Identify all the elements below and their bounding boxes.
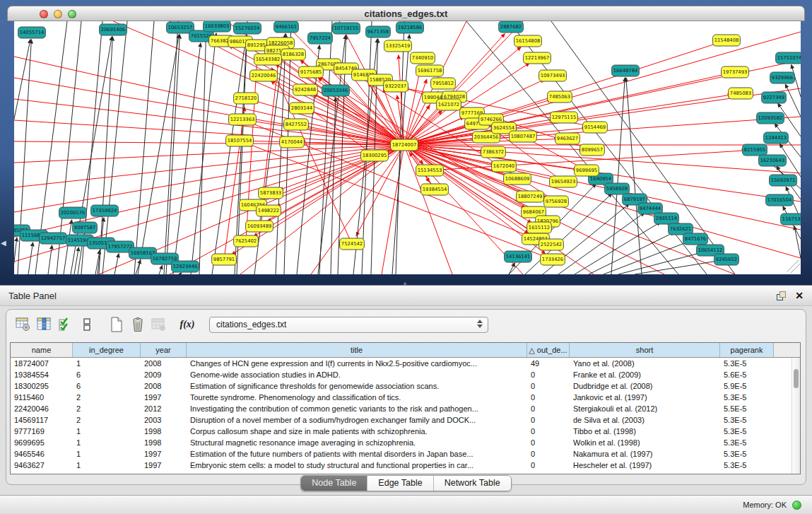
table-cell[interactable]: 0: [527, 414, 570, 426]
table-cell[interactable]: 1: [73, 426, 141, 437]
table-row[interactable]: 1830029562008Estimation of significance …: [11, 380, 800, 392]
table-row[interactable]: 1872400712008Changes of HCN gene express…: [11, 358, 800, 369]
table-cell[interactable]: Embryonic stem cells: a model to study s…: [187, 460, 527, 471]
column-header-3[interactable]: title: [187, 343, 527, 357]
row-height-button[interactable]: [76, 315, 98, 334]
table-cell[interactable]: 2012: [141, 403, 187, 414]
table-cell[interactable]: 0: [527, 392, 570, 403]
table-cell[interactable]: 6: [73, 369, 141, 380]
table-cell[interactable]: 5.3E-5: [720, 358, 774, 369]
table-cell[interactable]: 2008: [141, 380, 187, 392]
table-cell[interactable]: 0: [527, 460, 570, 471]
table-cell[interactable]: 1998: [141, 426, 187, 437]
table-cell[interactable]: 5.3E-5: [720, 448, 774, 460]
table-cell[interactable]: 1: [73, 437, 141, 448]
table-cell[interactable]: 14569117: [11, 414, 73, 426]
table-cell[interactable]: Disruption of a novel member of a sodium…: [187, 414, 527, 426]
table-cell[interactable]: 5.3E-5: [720, 392, 774, 403]
column-header-2[interactable]: year: [141, 343, 187, 357]
network-window-titlebar[interactable]: citations_edges.txt: [7, 6, 805, 21]
column-header-4[interactable]: △ out_de...: [527, 343, 570, 357]
table-cell[interactable]: 0: [527, 380, 570, 392]
table-cell[interactable]: 2: [73, 414, 141, 426]
table-cell[interactable]: Jankovic et al. (1997): [570, 392, 720, 403]
table-cell[interactable]: Changes of HCN gene expression and I(f) …: [187, 358, 527, 369]
table-cell[interactable]: 22420046: [11, 403, 73, 414]
table-cell[interactable]: 0: [527, 403, 570, 414]
table-cell[interactable]: Tibbo et al. (1998): [570, 426, 720, 437]
column-header-0[interactable]: name: [11, 343, 73, 357]
table-cell[interactable]: de Silva et al. (2003): [570, 414, 720, 426]
network-view-canvas[interactable]: 1405571420691406106532577615526160338031…: [14, 21, 801, 274]
function-builder-button[interactable]: f(x): [177, 315, 198, 334]
table-cell[interactable]: Stergiakouli et al. (2012): [570, 403, 720, 414]
table-cell[interactable]: 9777169: [11, 426, 73, 437]
table-cell[interactable]: 5.3E-5: [720, 437, 774, 448]
table-cell[interactable]: Tourette syndrome. Phenomenology and cla…: [187, 392, 527, 403]
table-cell[interactable]: 0: [527, 426, 570, 437]
table-cell[interactable]: 5.5E-5: [720, 403, 774, 414]
table-cell[interactable]: 2009: [141, 369, 187, 380]
table-cell[interactable]: 2: [73, 403, 141, 414]
table-cell[interactable]: 5.3E-5: [720, 460, 774, 471]
table-row[interactable]: 1456911722003Disruption of a novel membe…: [11, 414, 800, 426]
panel-collapse-arrow-icon[interactable]: ◀: [1, 239, 6, 247]
table-cell[interactable]: Genome-wide association studies in ADHD.: [187, 369, 527, 380]
table-cell[interactable]: 9699695: [11, 437, 73, 448]
tab-edge-table[interactable]: Edge Table: [367, 476, 433, 491]
citation-network-graph[interactable]: 1405571420691406106532577615526160338031…: [14, 21, 801, 274]
table-cell[interactable]: 5.3E-5: [720, 414, 774, 426]
column-header-1[interactable]: in_degree: [73, 343, 141, 357]
table-cell[interactable]: Hescheler et al. (1997): [570, 460, 720, 471]
table-cell[interactable]: 5.9E-5: [720, 380, 774, 392]
table-row[interactable]: 911546021997Tourette syndrome. Phenomeno…: [11, 392, 800, 403]
table-cell[interactable]: Wolkin et al. (1998): [570, 437, 720, 448]
float-panel-icon[interactable]: [777, 291, 787, 301]
table-row[interactable]: 946554611997Estimation of the future num…: [11, 448, 800, 460]
table-cell[interactable]: Estimation of significance thresholds fo…: [187, 380, 527, 392]
column-header-6[interactable]: pagerank: [720, 343, 774, 357]
table-cell[interactable]: Yano et al. (2008): [570, 358, 720, 369]
table-row[interactable]: 2242004622012Investigating the contribut…: [11, 403, 800, 414]
table-cell[interactable]: 18724007: [11, 358, 73, 369]
table-cell[interactable]: 1997: [141, 460, 187, 471]
table-cell[interactable]: 0: [527, 437, 570, 448]
tab-network-table[interactable]: Network Table: [433, 476, 511, 491]
table-cell[interactable]: 5.3E-5: [720, 426, 774, 437]
table-cell[interactable]: 1: [73, 460, 141, 471]
table-cell[interactable]: 1: [73, 448, 141, 460]
show-hide-columns-button[interactable]: [55, 315, 76, 334]
table-cell[interactable]: 2: [73, 392, 141, 403]
table-cell[interactable]: 9465546: [11, 448, 73, 460]
table-cell[interactable]: 5.6E-5: [720, 369, 774, 380]
table-cell[interactable]: 0: [527, 369, 570, 380]
table-settings-button[interactable]: [13, 315, 34, 334]
new-table-button[interactable]: [106, 315, 127, 334]
close-panel-icon[interactable]: ✕: [795, 290, 804, 301]
tab-node-table[interactable]: Node Table: [301, 476, 367, 491]
scrollbar-thumb[interactable]: [794, 369, 799, 388]
table-row[interactable]: 946362711997Embryonic stem cells: a mode…: [11, 460, 800, 471]
table-cell[interactable]: 49: [527, 358, 570, 369]
table-cell[interactable]: 6: [73, 380, 141, 392]
table-cell[interactable]: 9115460: [11, 392, 73, 403]
table-row[interactable]: 969969511998Structural magnetic resonanc…: [11, 437, 800, 448]
table-cell[interactable]: 9463627: [11, 460, 73, 471]
table-row[interactable]: 1938455462009Genome-wide association stu…: [11, 369, 800, 380]
table-cell[interactable]: 1997: [141, 392, 187, 403]
delete-table-button[interactable]: [148, 315, 170, 334]
table-cell[interactable]: 18300295: [11, 380, 73, 392]
table-scrollbar[interactable]: [792, 358, 800, 474]
table-cell[interactable]: Estimation of the future numbers of pati…: [187, 448, 527, 460]
table-cell[interactable]: Franke et al. (2009): [570, 369, 720, 380]
select-column-button[interactable]: [34, 315, 55, 334]
table-cell[interactable]: 0: [527, 448, 570, 460]
table-cell[interactable]: Corpus callosum shape and size in male p…: [187, 426, 527, 437]
table-cell[interactable]: Investigating the contribution of common…: [187, 403, 527, 414]
table-cell[interactable]: 2008: [141, 358, 187, 369]
table-cell[interactable]: Structural magnetic resonance image aver…: [187, 437, 527, 448]
table-cell[interactable]: Nakamura et al. (1997): [570, 448, 720, 460]
table-selector-dropdown[interactable]: citations_edges.txt: [209, 317, 488, 333]
delete-column-button[interactable]: [127, 315, 148, 334]
table-cell[interactable]: 1: [73, 358, 141, 369]
